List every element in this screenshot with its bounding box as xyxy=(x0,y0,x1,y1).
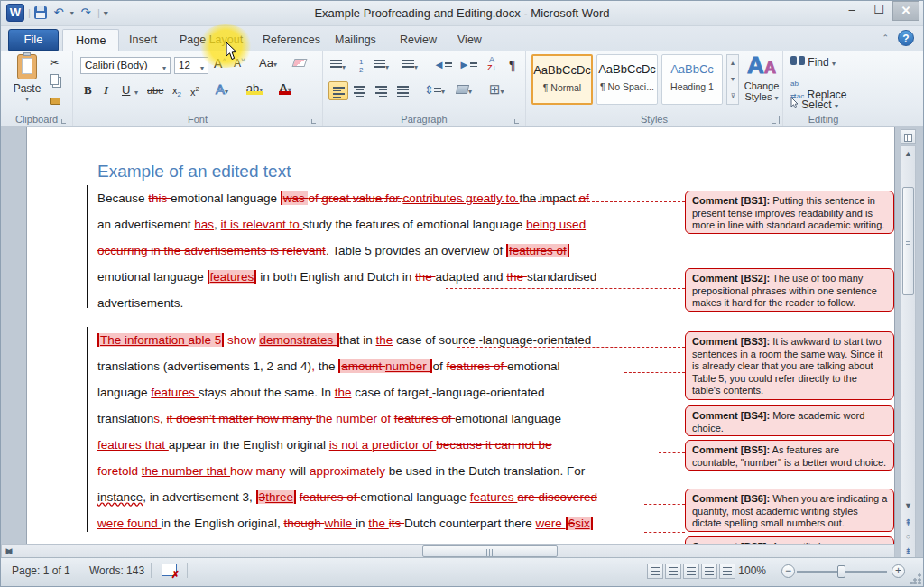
numbering-lines-icon[interactable]: ▾ xyxy=(374,58,389,72)
scroll-right-icon[interactable]: ▶ xyxy=(2,545,16,558)
paragraph-dialog-launcher[interactable] xyxy=(514,116,522,124)
zoom-level[interactable]: 100% xyxy=(731,562,773,580)
doc-line[interactable]: foretold the number that how many will a… xyxy=(97,458,585,484)
outline-view-icon[interactable] xyxy=(701,564,717,579)
styles-gallery-scroll[interactable]: ▲▼⊽ xyxy=(726,54,739,105)
minimize-button[interactable]: – xyxy=(838,1,865,21)
vertical-scroll-thumb[interactable] xyxy=(902,187,914,295)
fullscreen-reading-view-icon[interactable] xyxy=(665,564,681,579)
styles-dialog-launcher[interactable] xyxy=(772,116,780,124)
tab-mailings[interactable]: Mailings xyxy=(322,29,389,51)
tab-view[interactable]: View xyxy=(445,29,494,51)
help-icon[interactable]: ? xyxy=(898,30,914,46)
sort-icon[interactable]: AZ↓ xyxy=(487,56,496,72)
find-button[interactable]: Find ▾ xyxy=(790,56,836,69)
text-effects-button[interactable]: A▾ xyxy=(216,81,228,97)
bullets-icon[interactable]: ▾ xyxy=(330,58,346,72)
align-left-button[interactable] xyxy=(328,81,348,100)
tab-home[interactable]: Home xyxy=(62,29,119,51)
align-center-button[interactable] xyxy=(350,81,370,100)
style-heading1[interactable]: AaBbCc Heading 1 xyxy=(661,54,723,105)
doc-line[interactable]: Because this emotional language was of g… xyxy=(97,185,589,211)
comment-bs6[interactable]: Comment [BS6]: When you are indicating a… xyxy=(685,489,894,532)
ruler-toggle-button[interactable] xyxy=(901,129,916,144)
doc-line[interactable]: were found in the English original, thou… xyxy=(97,510,593,536)
grow-font-button[interactable]: A˄ xyxy=(214,56,226,70)
tab-page-layout[interactable]: Page Layout xyxy=(167,29,255,51)
maximize-button[interactable]: ☐ xyxy=(865,1,892,21)
show-hide-pilcrow-button[interactable]: ¶ xyxy=(509,58,516,72)
superscript-button[interactable]: x2 xyxy=(190,85,199,98)
zoom-slider-thumb[interactable] xyxy=(837,565,845,578)
font-name-combo[interactable]: Calibri (Body)▾ xyxy=(80,57,171,74)
line-spacing-icon[interactable]: ⇕▾ xyxy=(424,83,445,97)
paste-button[interactable]: Paste ▾ xyxy=(8,54,46,103)
minimize-ribbon-icon[interactable]: ⌃ xyxy=(882,33,889,42)
close-button[interactable]: ✕ xyxy=(892,1,919,21)
borders-icon[interactable]: ⊞▾ xyxy=(489,81,504,98)
scroll-down-icon[interactable]: ▼ xyxy=(901,498,915,514)
align-right-button[interactable] xyxy=(372,81,392,100)
text-run: that in xyxy=(339,333,376,347)
copy-icon[interactable] xyxy=(50,74,59,88)
justify-button[interactable] xyxy=(393,81,413,100)
scroll-up-icon[interactable]: ▲ xyxy=(901,146,915,162)
multilevel-list-icon[interactable]: ▾ xyxy=(402,58,418,72)
web-layout-view-icon[interactable] xyxy=(683,564,699,579)
change-case-button[interactable]: Aa▾ xyxy=(259,56,277,70)
doc-line[interactable]: occurring in the advertisements is relev… xyxy=(97,238,569,264)
highlight-color-button[interactable]: ab▾ xyxy=(245,81,264,95)
comment-bs3[interactable]: Comment [BS3]: It is awkward to start tw… xyxy=(685,331,894,400)
word-count[interactable]: Words: 143 xyxy=(82,562,152,580)
clear-formatting-icon[interactable] xyxy=(293,56,306,70)
page-indicator[interactable]: Page: 1 of 1 xyxy=(5,562,78,580)
doc-line[interactable]: an advertisement has, it is relevant to … xyxy=(97,211,586,238)
proofing-error-icon[interactable] xyxy=(162,564,177,576)
underline-dropdown-icon[interactable]: ▾ xyxy=(134,89,138,97)
select-button[interactable]: Select ▾ xyxy=(790,98,838,111)
decrease-indent-icon[interactable]: ◄ xyxy=(433,58,452,71)
horizontal-scroll-thumb[interactable] xyxy=(422,545,558,557)
doc-line[interactable]: translations, it doesn’t matter how many… xyxy=(97,405,561,432)
document-page[interactable]: Example of an edited text Because this e… xyxy=(26,127,895,559)
clipboard-dialog-launcher[interactable] xyxy=(61,116,69,124)
tab-references[interactable]: References xyxy=(250,29,333,51)
italic-button[interactable]: I xyxy=(104,83,108,98)
tab-review[interactable]: Review xyxy=(387,29,449,51)
browse-object-icon[interactable]: ○ xyxy=(901,529,915,545)
underline-button[interactable]: U xyxy=(122,83,130,97)
change-styles-button[interactable]: AA Change Styles ▾ xyxy=(743,54,781,104)
shading-icon[interactable]: ▾ xyxy=(457,83,472,97)
style-no-spacing[interactable]: AaBbCcDc ¶ No Spaci... xyxy=(596,54,658,105)
font-dialog-launcher[interactable] xyxy=(311,116,319,124)
doc-line[interactable]: language features stays about the same. … xyxy=(97,379,544,405)
comment-bs2[interactable]: Comment [BS2]: The use of too many prepo… xyxy=(685,268,894,312)
comment-bs1[interactable]: Comment [BS1]: Putting this sentence in … xyxy=(685,191,894,234)
vertical-scrollbar[interactable]: ▲ ▼ ⇞ ○ ⇟ xyxy=(901,145,916,559)
bold-button[interactable]: B xyxy=(84,83,92,98)
doc-line[interactable]: emotional language features in both Engl… xyxy=(97,264,596,290)
cut-icon[interactable]: ✂ xyxy=(50,56,60,70)
doc-line[interactable]: advertisements. xyxy=(97,290,183,316)
doc-line[interactable]: instance, in advertisement 3, 3three fea… xyxy=(97,484,597,510)
comment-bs5[interactable]: Comment [BS5]: As features are countable… xyxy=(685,440,894,471)
zoom-out-button[interactable]: − xyxy=(781,564,795,578)
doc-line[interactable]: features that appear in the English orig… xyxy=(97,432,552,458)
font-color-button[interactable]: A▾ xyxy=(277,81,293,95)
subscript-button[interactable]: x2 xyxy=(172,85,181,98)
zoom-in-button[interactable]: + xyxy=(892,564,905,578)
numbering-icon[interactable]: 12 xyxy=(359,58,363,74)
doc-line[interactable]: translations (advertisements 1, 2 and 4)… xyxy=(97,353,560,379)
previous-page-icon[interactable]: ⇞ xyxy=(901,515,915,530)
resize-grip[interactable] xyxy=(910,573,921,584)
increase-indent-icon[interactable]: ► xyxy=(458,58,477,71)
format-painter-icon[interactable] xyxy=(50,94,60,107)
tab-insert[interactable]: Insert xyxy=(116,29,170,51)
comment-bs4[interactable]: Comment [BS4]: More academic word choice… xyxy=(685,405,894,436)
tab-file[interactable]: File xyxy=(8,29,59,51)
font-size-combo[interactable]: 12▾ xyxy=(174,57,208,74)
strikethrough-button[interactable]: abe xyxy=(147,85,163,96)
print-layout-view-icon[interactable] xyxy=(647,564,663,579)
style-normal[interactable]: AaBbCcDc ¶ Normal xyxy=(531,54,593,105)
doc-line[interactable]: The information able 5 show demonstrates… xyxy=(97,327,591,353)
